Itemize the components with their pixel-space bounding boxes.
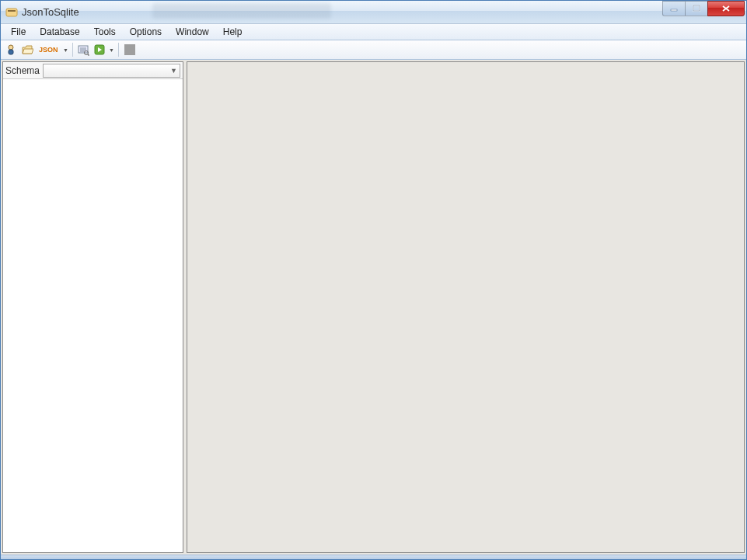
svg-rect-1 (8, 10, 16, 12)
svg-line-9 (88, 54, 89, 56)
schema-label: Schema (5, 65, 40, 76)
svg-rect-3 (693, 5, 700, 11)
content-area: Schema ▼ (1, 60, 746, 555)
menu-help[interactable]: Help (216, 25, 250, 39)
svg-rect-2 (671, 9, 677, 11)
window-controls (663, 1, 745, 16)
menu-options[interactable]: Options (123, 25, 169, 39)
schema-dropdown[interactable]: ▼ (43, 64, 180, 78)
menubar: File Database Tools Options Window Help (1, 24, 746, 40)
schema-selector-row: Schema ▼ (3, 62, 183, 79)
json-dropdown-icon[interactable]: ▼ (62, 42, 70, 57)
toolbar-separator (72, 43, 73, 57)
titlebar[interactable]: JsonToSqlite (1, 1, 746, 24)
app-icon (5, 6, 18, 19)
main-workspace[interactable] (187, 61, 745, 553)
toolbar: JSON ▼ ▼ (1, 40, 746, 60)
close-button[interactable] (707, 1, 745, 16)
svg-rect-4 (693, 5, 700, 11)
svg-point-5 (9, 45, 13, 50)
sidebar-panel: Schema ▼ (2, 61, 183, 553)
execute-icon[interactable] (92, 42, 107, 57)
menu-file[interactable]: File (4, 25, 33, 39)
open-icon[interactable] (19, 42, 35, 57)
schema-tree[interactable] (3, 79, 183, 552)
query-icon[interactable] (75, 42, 91, 57)
json-import-button[interactable]: JSON (36, 42, 61, 57)
toolbar-separator-2 (118, 43, 119, 57)
titlebar-blur-decoration (152, 3, 331, 19)
window-title: JsonToSqlite (22, 6, 79, 18)
menu-database[interactable]: Database (33, 25, 86, 39)
maximize-button[interactable] (685, 1, 708, 16)
window-bottom-border (1, 555, 746, 559)
svg-rect-6 (9, 50, 13, 54)
menu-window[interactable]: Window (169, 25, 216, 39)
app-window: JsonToSqlite File Database Tools Options… (0, 0, 747, 560)
minimize-button[interactable] (662, 1, 686, 16)
stop-button[interactable] (121, 42, 137, 57)
connect-icon[interactable] (3, 42, 19, 57)
stop-icon (124, 44, 135, 55)
svg-rect-0 (6, 9, 17, 16)
menu-tools[interactable]: Tools (87, 25, 123, 39)
chevron-down-icon: ▼ (170, 67, 177, 75)
execute-dropdown-icon[interactable]: ▼ (108, 42, 116, 57)
